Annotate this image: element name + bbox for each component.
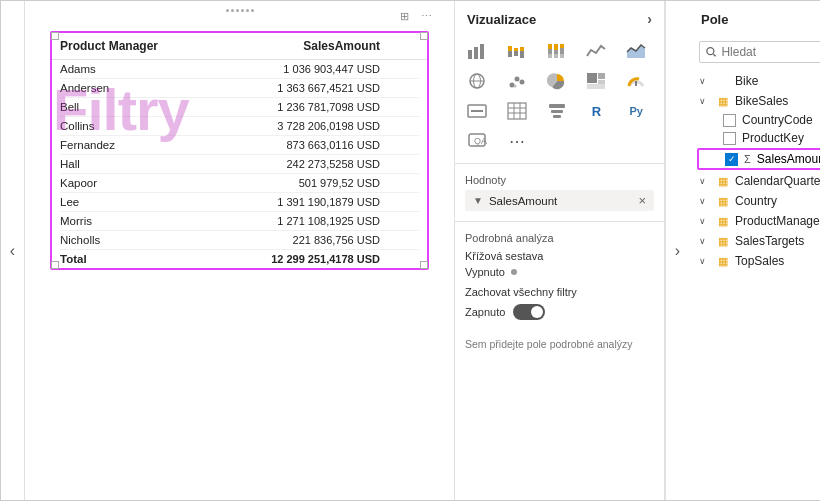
table-row[interactable]: Kapoor 501 979,52 USD [60,174,419,193]
middle-panel: Vizualizace › [455,1,665,500]
viz-gauge-icon[interactable] [620,67,652,95]
tag-chevron[interactable]: ▼ [473,195,483,206]
viz-line-icon[interactable] [580,37,612,65]
tag-x[interactable]: × [638,193,646,208]
resize-bl[interactable] [51,261,59,269]
resize-tl[interactable] [51,32,59,40]
table-row[interactable]: Fernandez 873 663,0116 USD [60,136,419,155]
field-item[interactable]: CountryCode [695,111,820,129]
svg-text:QA: QA [474,136,487,146]
viz-matrix-icon[interactable] [501,97,533,125]
left-panel: ⊞ ⋯ Filtry Product Manager SalesAmount A… [25,1,455,500]
toggle-switch[interactable] [513,304,545,320]
tree-chevron[interactable]: ∨ [699,196,711,206]
svg-point-23 [514,77,519,82]
table-row[interactable]: Bell 1 236 781,7098 USD [60,98,419,117]
search-input[interactable] [721,45,820,59]
viz-r-icon[interactable]: R [580,97,612,125]
field-item[interactable]: ProductKey [695,129,820,147]
vypnuto-row: Vypnuto [465,266,654,278]
table-row[interactable]: Collins 3 728 206,0198 USD [60,117,419,136]
table-row[interactable]: Andersen 1 363 667,4521 USD [60,79,419,98]
viz-scatter-icon[interactable] [501,67,533,95]
table-icon: ▦ [715,234,731,248]
tree-item[interactable]: ∨ ▦ CalendarQuarter [695,171,820,191]
cell-amount: 221 836,756 USD [220,234,380,246]
svg-rect-11 [548,54,552,58]
table-row[interactable]: Adams 1 036 903,447 USD [60,60,419,79]
viz-more-icon[interactable]: ⋯ [501,127,533,155]
tree-chevron[interactable]: ∨ [699,236,711,246]
search-box[interactable] [699,41,820,63]
sep2 [455,221,664,222]
nav-right-arrow[interactable]: › [665,1,689,500]
svg-point-25 [513,85,516,88]
table-icon: ▦ [715,254,731,268]
svg-rect-15 [560,44,564,48]
tree-item[interactable]: ∨ Bike [695,71,820,91]
tree-chevron[interactable]: ∨ [699,216,711,226]
viz-area-icon[interactable] [620,37,652,65]
viz-funnel-icon[interactable] [541,97,573,125]
viz-pie-icon[interactable] [541,67,573,95]
svg-rect-26 [587,73,597,83]
cell-manager: Bell [60,101,220,113]
svg-rect-2 [480,44,484,59]
cell-amount: 1 271 108,1925 USD [220,215,380,227]
field-checkbox[interactable] [723,132,736,145]
field-checkbox[interactable] [723,114,736,127]
viz-treemap-icon[interactable] [580,67,612,95]
resize-br[interactable] [420,261,428,269]
svg-rect-28 [598,80,605,84]
svg-rect-7 [520,47,524,51]
expand-icon[interactable]: ⊞ [396,9,412,23]
tree-item[interactable]: ∨ ▦ ProductManagers [695,211,820,231]
tree-chevron[interactable]: ∨ [699,256,711,266]
viz-100pct-bar-icon[interactable] [541,37,573,65]
tree-label: CalendarQuarter [735,174,820,188]
tree-item[interactable]: ∨ ▦ BikeSales [695,91,820,111]
viz-qa-icon[interactable]: QA [461,127,493,155]
tree-item[interactable]: ∨ ▦ TopSales [695,251,820,271]
tree-chevron[interactable]: ∨ [699,176,711,186]
cell-amount: 242 273,5258 USD [220,158,380,170]
viz-arrow-right[interactable]: › [647,11,652,27]
table-row[interactable]: Hall 242 273,5258 USD [60,155,419,174]
svg-rect-12 [554,44,558,50]
analyza-label: Podrobná analýza [465,232,654,244]
svg-rect-1 [474,47,478,59]
cell-amount: 12 299 251,4178 USD [220,253,380,265]
table-row[interactable]: Nicholls 221 836,756 USD [60,231,419,250]
viz-python-icon[interactable]: Py [620,97,652,125]
table-row[interactable]: Total 12 299 251,4178 USD [60,250,419,268]
field-checkbox[interactable] [725,153,738,166]
svg-line-44 [713,54,715,56]
more-icon[interactable]: ⋯ [418,9,434,23]
svg-rect-13 [554,50,558,54]
tree-label: TopSales [735,254,784,268]
viz-icons-grid: R Py QA ⋯ [455,33,664,159]
table-row[interactable]: Morris 1 271 108,1925 USD [60,212,419,231]
tree-chevron[interactable]: ∨ [699,76,711,86]
highlighted-field[interactable]: Σ SalesAmount [697,148,820,170]
tree-item[interactable]: ∨ ▦ SalesTargets [695,231,820,251]
viz-bar-icon[interactable] [461,37,493,65]
viz-panel-header: Vizualizace › [455,1,664,33]
svg-rect-40 [553,115,561,118]
vypnuto-dot [511,269,517,275]
resize-tr[interactable] [420,32,428,40]
hodnoty-label: Hodnoty [465,174,654,186]
sigma-icon: Σ [744,153,751,165]
cell-manager: Collins [60,120,220,132]
viz-globe-icon[interactable] [461,67,493,95]
tree-chevron[interactable]: ∨ [699,96,711,106]
search-icon [706,46,716,58]
toggle-row: Zapnuto [465,304,654,320]
hodnoty-tag[interactable]: ▼ SalesAmount × [465,190,654,211]
viz-card-icon[interactable] [461,97,493,125]
tree-item[interactable]: ∨ ▦ Country [695,191,820,211]
viz-stacked-bar-icon[interactable] [501,37,533,65]
table-row[interactable]: Lee 1 391 190,1879 USD [60,193,419,212]
svg-rect-33 [508,103,526,119]
nav-left-arrow[interactable]: ‹ [1,1,25,500]
